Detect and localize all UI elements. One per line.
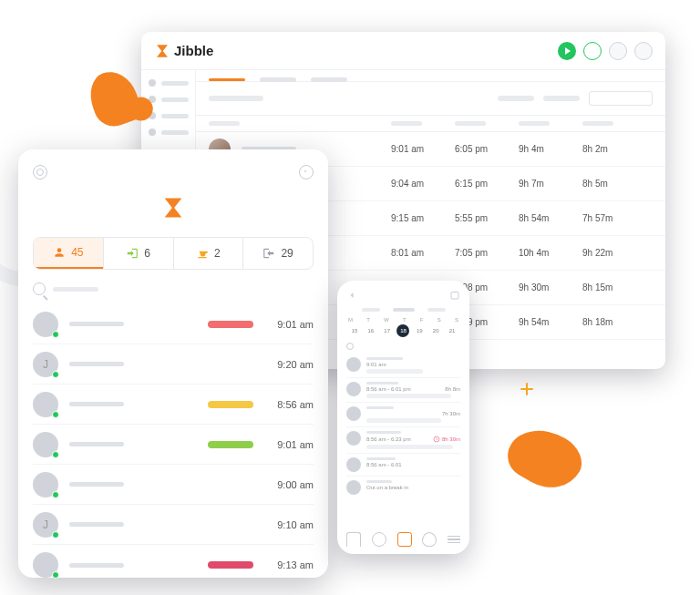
person-row[interactable]: 9:01 am [33,425,314,465]
sidebar-item[interactable] [149,128,189,136]
brand-logo[interactable]: Jibble [154,43,213,59]
name-placeholder [69,563,124,568]
stat-present-value: 45 [71,246,83,259]
search-icon[interactable] [33,282,46,295]
day-today[interactable]: 18 [396,324,409,337]
cell-net: 8h 15m [582,282,646,292]
avatar: J [33,352,58,377]
phone-search[interactable] [346,343,460,350]
people-list: 9:01 am J 9:20 am 8:56 am 9:01 am 9:00 a… [33,304,314,585]
phone-row[interactable]: 8:56 am - 6:23 pm 8h 30m [346,427,460,454]
desktop-tabs [196,70,665,82]
phone-row[interactable]: 8:56 am - 6:01 pm8h 8m [346,378,460,403]
calendar-icon[interactable] [449,290,460,301]
day[interactable]: 15 [348,324,361,337]
status-dot-icon [52,491,59,498]
name-placeholder [366,382,398,385]
day[interactable]: 20 [429,324,442,337]
location-icon[interactable] [299,165,314,180]
person-row[interactable]: 9:13 am [33,545,314,585]
toolbar-chip[interactable] [498,96,534,101]
person-row[interactable]: 9:00 am [33,465,314,505]
avatar-initial: J [43,518,48,531]
nav-timer-icon[interactable] [372,532,386,547]
brand-mark-icon [154,43,170,59]
avatar [346,480,361,495]
phone-row[interactable]: Out on a break in [346,477,460,498]
desktop-header-actions [558,42,653,60]
desktop-header: Jibble [141,32,665,70]
export-button[interactable] [589,91,653,106]
cell-out: 6:15 pm [455,179,519,189]
phone-row[interactable]: 9:01 am [346,354,460,378]
weekday-row: M T W T F S S [348,317,458,323]
phone-tab[interactable] [393,308,415,312]
clock-in-button[interactable] [558,42,576,60]
nav-shield-icon[interactable] [422,532,437,547]
status-dot-icon [52,371,59,378]
nav-home-icon[interactable] [346,532,361,547]
avatar [33,552,58,578]
weekday: T [366,317,370,323]
weekday: W [384,317,389,323]
phone-tab[interactable] [427,308,446,312]
help-button[interactable] [609,42,627,60]
status-dot-icon [52,451,59,458]
time-in: 9:01 am [264,319,314,330]
cell-in: 9:01 am [391,144,455,154]
login-icon [126,247,139,260]
tablet-top [33,162,314,182]
status-tabs: 45 6 2 29 [33,237,314,270]
weekday: S [438,317,441,323]
nav-timesheets-icon[interactable] [397,532,412,547]
tab[interactable] [260,77,296,82]
person-row[interactable]: J 9:10 am [33,505,314,545]
search-icon [346,343,354,350]
avatar [33,472,58,498]
tab-active[interactable] [209,78,245,81]
col-gross [519,121,550,126]
person-row[interactable]: J 9:20 am [33,344,314,385]
weekday: M [348,317,353,323]
day[interactable]: 21 [446,324,458,337]
time-in: 9:13 am [264,559,314,570]
row-duration: 8h 30m [442,436,460,442]
back-icon[interactable] [346,290,357,301]
stat-break[interactable]: 2 [173,238,243,269]
phone-tabs [346,308,460,312]
avatar: J [33,512,58,538]
day[interactable]: 19 [413,324,426,337]
user-status-button[interactable] [583,42,602,60]
filter-chip[interactable] [209,96,263,101]
stat-in[interactable]: 6 [103,238,173,269]
person-row[interactable]: 9:01 am [33,304,314,344]
stat-out-value: 29 [281,247,293,260]
sidebar-item[interactable] [149,112,189,119]
person-row[interactable]: 8:56 am [33,385,314,425]
toolbar-chip[interactable] [543,96,580,101]
sidebar-item[interactable] [149,96,189,103]
cell-net: 8h 5m [582,179,646,189]
stat-present[interactable]: 45 [34,238,103,269]
tab[interactable] [311,77,347,82]
stat-out[interactable]: 29 [242,238,313,269]
name-placeholder [69,482,124,487]
search-placeholder[interactable] [53,287,98,292]
avatar [33,432,58,457]
phone-tab[interactable] [362,308,380,312]
phone-row[interactable]: 8:56 am - 6:01 [346,454,460,477]
cell-out: 5:55 pm [455,213,519,223]
name-placeholder [366,357,403,360]
cell-net: 8h 2m [582,144,646,154]
col-net [582,121,613,126]
phone-row[interactable]: 7h 30m [346,403,460,427]
day[interactable]: 17 [381,324,394,337]
nav-menu-icon[interactable] [448,536,460,544]
name-placeholder [366,457,396,460]
time-in: 8:56 am [264,399,314,410]
settings-icon[interactable] [33,165,47,180]
notifications-button[interactable] [634,42,653,60]
day[interactable]: 16 [365,324,377,337]
sidebar-item[interactable] [149,79,189,87]
row-time: 9:01 am [366,362,386,367]
